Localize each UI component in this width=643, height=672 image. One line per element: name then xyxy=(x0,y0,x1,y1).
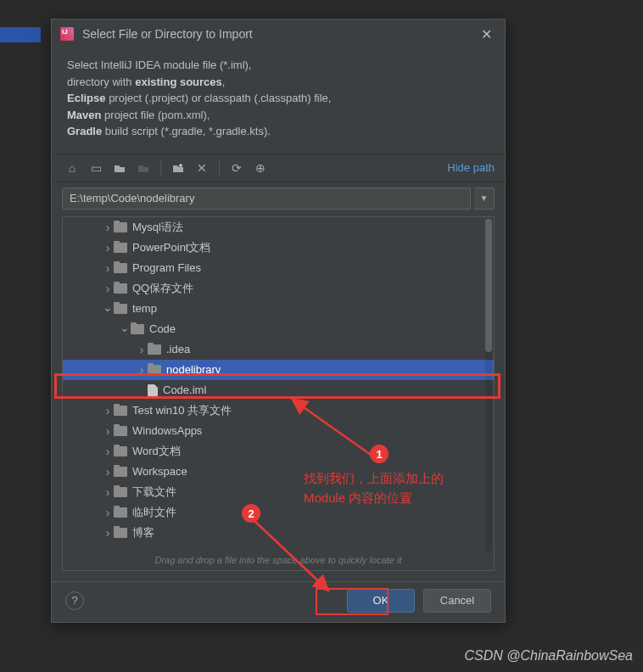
chevron-right-icon[interactable] xyxy=(102,465,114,479)
chevron-down-icon[interactable] xyxy=(119,322,131,336)
help-button[interactable]: ? xyxy=(65,591,84,610)
tree-item-label: WindowsApps xyxy=(132,424,202,437)
folder-icon xyxy=(114,426,127,436)
tree-item[interactable]: WindowsApps xyxy=(63,421,494,441)
tree-item-label: 下载文件 xyxy=(132,484,176,500)
tree-item-label: QQ保存文件 xyxy=(132,281,193,296)
tree-item[interactable]: .idea xyxy=(63,339,494,360)
folder-icon xyxy=(131,324,144,334)
file-icon xyxy=(148,384,158,396)
close-icon[interactable]: ✕ xyxy=(476,26,496,42)
tree-item[interactable]: Word文档 xyxy=(63,441,494,462)
tree-item[interactable]: 临时文件 xyxy=(63,502,494,523)
tree-item-label: Mysql语法 xyxy=(132,220,183,235)
folder-icon xyxy=(114,487,127,497)
background-selection xyxy=(0,27,41,42)
path-dropdown[interactable]: ▼ xyxy=(474,188,495,210)
file-tree-panel: Mysql语法PowerPoint文档Program FilesQQ保存文件te… xyxy=(62,216,495,572)
tree-item-label: Code xyxy=(149,322,176,335)
hide-path-link[interactable]: Hide path xyxy=(447,161,495,174)
chevron-right-icon[interactable] xyxy=(102,221,114,234)
refresh-icon[interactable]: ⟳ xyxy=(226,158,247,178)
tree-item-label: 博客 xyxy=(132,525,154,540)
chevron-right-icon[interactable] xyxy=(102,404,114,417)
path-row: ▼ xyxy=(52,182,505,216)
path-input[interactable] xyxy=(62,188,471,210)
folder-icon xyxy=(148,365,161,375)
description-block: Select IntelliJ IDEA module file (*.iml)… xyxy=(52,48,505,154)
tree-item-label: nodelibrary xyxy=(166,363,221,376)
ok-button[interactable]: OK xyxy=(347,589,415,613)
chevron-right-icon[interactable] xyxy=(102,485,114,499)
intellij-icon xyxy=(60,27,74,41)
tree-item-label: temp xyxy=(132,302,157,315)
chevron-right-icon[interactable] xyxy=(102,261,114,275)
tree-item[interactable]: Mysql语法 xyxy=(63,217,494,238)
tree-item[interactable]: Code.iml xyxy=(63,380,494,400)
tree-item-label: Program Files xyxy=(132,261,201,274)
tree-item[interactable]: nodelibrary xyxy=(63,360,494,380)
folder-icon xyxy=(114,528,127,538)
dialog-title: Select File or Directory to Import xyxy=(82,27,476,41)
folder-icon xyxy=(114,243,127,253)
folder-icon xyxy=(114,304,127,314)
file-toolbar: ⌂ ▭ ✕ ⟳ ⊕ Hide path xyxy=(52,154,505,182)
chevron-right-icon[interactable] xyxy=(102,526,114,540)
tree-item[interactable]: PowerPoint文档 xyxy=(63,238,494,258)
tree-item[interactable]: QQ保存文件 xyxy=(63,278,494,299)
chevron-right-icon[interactable] xyxy=(102,241,114,255)
new-folder-icon[interactable] xyxy=(168,158,188,178)
desktop-icon[interactable]: ▭ xyxy=(86,158,106,178)
tree-item[interactable]: Workspace xyxy=(63,462,494,482)
module-icon[interactable] xyxy=(133,158,154,178)
tree-item[interactable]: temp xyxy=(63,299,494,319)
tree-item[interactable]: 博客 xyxy=(63,523,494,543)
titlebar: Select File or Directory to Import ✕ xyxy=(52,20,505,48)
folder-icon xyxy=(114,507,127,518)
tree-item-label: Test win10 共享文件 xyxy=(132,403,232,418)
folder-icon xyxy=(114,222,127,232)
chevron-down-icon[interactable] xyxy=(102,302,114,316)
home-icon[interactable]: ⌂ xyxy=(62,158,82,178)
chevron-right-icon[interactable] xyxy=(102,506,114,519)
tree-item-label: Code.iml xyxy=(163,384,206,396)
tree-item[interactable]: Test win10 共享文件 xyxy=(63,400,494,421)
tree-item-label: Workspace xyxy=(132,465,187,478)
tree-item[interactable]: 下载文件 xyxy=(63,482,494,502)
file-tree[interactable]: Mysql语法PowerPoint文档Program FilesQQ保存文件te… xyxy=(63,217,494,571)
chevron-right-icon[interactable] xyxy=(102,282,114,295)
project-icon[interactable] xyxy=(109,158,130,178)
chevron-right-icon[interactable] xyxy=(102,424,114,438)
tree-item-label: PowerPoint文档 xyxy=(132,240,210,255)
scrollbar-thumb[interactable] xyxy=(485,219,492,353)
folder-icon xyxy=(148,344,161,355)
folder-icon xyxy=(114,467,127,477)
cancel-button[interactable]: Cancel xyxy=(423,589,491,613)
show-hidden-icon[interactable]: ⊕ xyxy=(250,158,271,178)
tree-item-label: 临时文件 xyxy=(132,505,176,520)
import-dialog: Select File or Directory to Import ✕ Sel… xyxy=(51,19,506,623)
drag-hint: Drag and drop a file into the space abov… xyxy=(63,555,494,568)
tree-item-label: .idea xyxy=(166,343,190,356)
chevron-right-icon[interactable] xyxy=(136,343,148,356)
chevron-right-icon[interactable] xyxy=(102,445,114,458)
folder-icon xyxy=(114,283,127,294)
folder-icon xyxy=(114,263,127,273)
scrollbar[interactable] xyxy=(485,219,492,554)
separator xyxy=(160,160,161,176)
tree-item-label: Word文档 xyxy=(132,444,181,459)
desc-line-1: Select IntelliJ IDEA module file (*.iml)… xyxy=(67,59,251,71)
separator xyxy=(219,160,220,176)
tree-item[interactable]: Code xyxy=(63,319,494,339)
watermark: CSDN @ChinaRainbowSea xyxy=(464,648,633,664)
button-row: ? OK Cancel xyxy=(52,581,505,622)
folder-icon xyxy=(114,406,127,416)
tree-item[interactable]: Program Files xyxy=(63,258,494,278)
folder-icon xyxy=(114,446,127,456)
delete-icon[interactable]: ✕ xyxy=(192,158,212,178)
chevron-right-icon[interactable] xyxy=(136,363,148,377)
